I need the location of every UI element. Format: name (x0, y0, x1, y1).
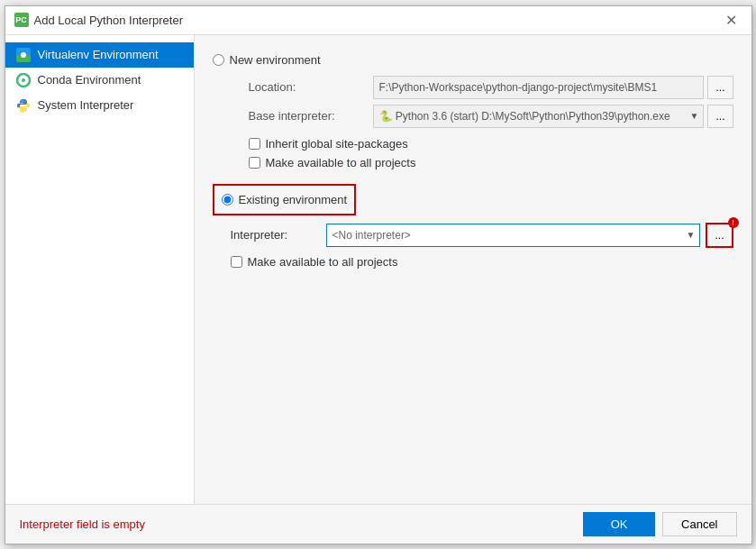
make-available-existing-checkbox-row: Make available to all projects (231, 255, 733, 269)
interpreter-select[interactable]: <No interpreter> (326, 224, 701, 247)
base-interpreter-row: 🐍 Python 3.6 (start) D:\MySoft\Python\Py… (373, 105, 733, 128)
base-interpreter-select-wrapper: 🐍 Python 3.6 (start) D:\MySoft\Python\Py… (373, 105, 705, 128)
dialog-body: Virtualenv Environment Conda Environment (5, 35, 751, 504)
main-content: New environment Location: ... Base inter… (195, 35, 751, 504)
svg-point-2 (21, 52, 26, 58)
location-browse-button[interactable]: ... (707, 76, 733, 99)
interpreter-label: Interpreter: (231, 228, 321, 242)
error-message: Interpreter field is empty (20, 517, 145, 531)
location-value-row: ... (373, 76, 733, 99)
make-available-new-label[interactable]: Make available to all projects (266, 156, 416, 169)
error-badge: ! (728, 217, 739, 228)
footer-buttons: OK Cancel (583, 512, 736, 536)
make-available-existing-checkbox[interactable] (231, 256, 242, 268)
svg-point-4 (22, 78, 25, 82)
interpreter-browse-wrapper: ... ! (706, 223, 733, 248)
dialog-title: Add Local Python Interpreter (34, 14, 184, 27)
sidebar-label-virtualenv: Virtualenv Environment (38, 48, 159, 61)
interpreter-select-wrapper: <No interpreter> ▼ (326, 224, 701, 247)
inherit-checkbox[interactable] (249, 138, 260, 150)
existing-env-border: Existing environment (213, 184, 357, 215)
close-button[interactable]: ✕ (720, 10, 742, 31)
make-available-new-checkbox-row: Make available to all projects (249, 156, 733, 169)
new-environment-radio[interactable] (213, 54, 224, 66)
base-interpreter-browse-button[interactable]: ... (707, 105, 733, 128)
sidebar: Virtualenv Environment Conda Environment (5, 35, 195, 504)
make-available-existing-label[interactable]: Make available to all projects (248, 255, 398, 269)
inherit-label[interactable]: Inherit global site-packages (266, 137, 408, 151)
virtualenv-icon (16, 48, 31, 62)
add-interpreter-dialog: PC Add Local Python Interpreter ✕ Virtua… (5, 5, 752, 544)
sidebar-item-conda[interactable]: Conda Environment (5, 68, 194, 93)
base-interpreter-select[interactable]: 🐍 Python 3.6 (start) D:\MySoft\Python\Py… (373, 105, 705, 128)
conda-icon (16, 73, 31, 87)
sidebar-item-system[interactable]: System Interpreter (5, 93, 194, 118)
location-field-group: Location: ... Base interpreter: 🐍 Python… (249, 76, 733, 128)
existing-environment-label[interactable]: Existing environment (239, 193, 348, 206)
existing-environment-radio[interactable] (222, 194, 233, 206)
dialog-footer: Interpreter field is empty OK Cancel (5, 504, 751, 544)
existing-environment-section: Existing environment Interpreter: <No in… (213, 184, 733, 269)
new-environment-label[interactable]: New environment (230, 53, 321, 67)
interpreter-field-row: Interpreter: <No interpreter> ▼ ... ! (231, 223, 733, 248)
dialog-icon: PC (14, 13, 29, 27)
make-available-new-checkbox[interactable] (249, 157, 260, 169)
existing-environment-radio-row: Existing environment (222, 189, 348, 210)
cancel-button[interactable]: Cancel (662, 512, 736, 536)
sidebar-item-virtualenv[interactable]: Virtualenv Environment (5, 42, 194, 68)
title-bar: PC Add Local Python Interpreter ✕ (5, 6, 751, 35)
python-icon (16, 98, 31, 113)
sidebar-label-system: System Interpreter (38, 98, 134, 112)
new-environment-radio-row: New environment (213, 50, 733, 70)
location-label: Location: (249, 76, 366, 99)
base-interpreter-label: Base interpreter: (249, 105, 366, 128)
title-bar-left: PC Add Local Python Interpreter (14, 13, 184, 27)
location-input[interactable] (373, 76, 705, 99)
new-environment-fields: Location: ... Base interpreter: 🐍 Python… (231, 76, 733, 169)
new-environment-section: New environment Location: ... Base inter… (213, 50, 733, 169)
inherit-checkbox-row: Inherit global site-packages (249, 137, 733, 151)
ok-button[interactable]: OK (583, 512, 655, 536)
sidebar-label-conda: Conda Environment (38, 73, 141, 87)
